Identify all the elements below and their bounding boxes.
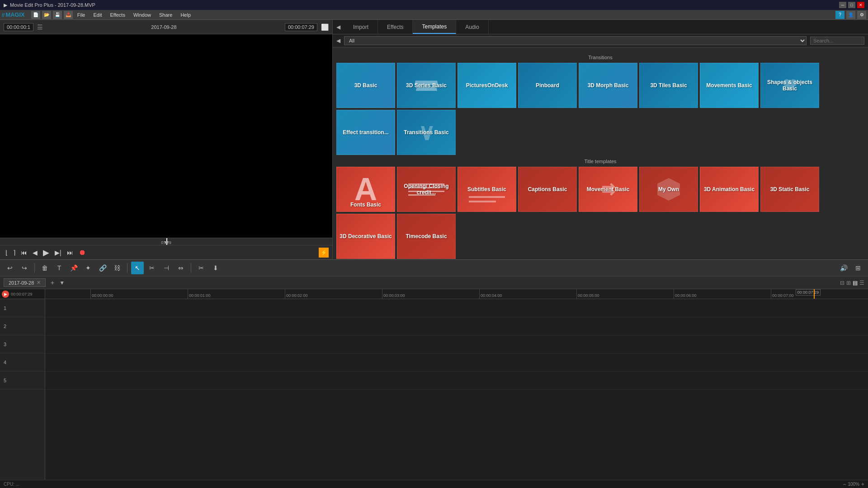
right-panel: ◀ Import Effects Templates Audio ◀ All T… <box>332 20 868 259</box>
track-label-text: 1 <box>4 305 6 311</box>
tile-3d-anim[interactable]: 3D Animation Basic <box>700 167 759 212</box>
menu-help[interactable]: Help <box>177 11 194 19</box>
save-button[interactable]: 💾 <box>53 11 62 19</box>
expand-icon[interactable]: ⬜ <box>321 23 329 31</box>
next-frame-button[interactable]: ▶| <box>53 248 63 257</box>
project-tab-close[interactable]: ✕ <box>37 280 41 286</box>
link-button[interactable]: 🔗 <box>96 262 109 274</box>
project-tab[interactable]: 2017-09-28 ✕ <box>4 278 46 287</box>
tile-pinboard[interactable]: Pinboard <box>518 63 577 108</box>
view-btn-2[interactable]: ⊞ <box>846 280 851 286</box>
timeline-arrow-button[interactable]: ▼ <box>59 280 65 286</box>
tile-movement[interactable]: ⇉ Movement Basic <box>579 167 637 212</box>
delete-button[interactable]: 🗑 <box>38 262 51 274</box>
zoom-level: 100% <box>848 482 859 487</box>
tab-audio[interactable]: Audio <box>456 20 489 34</box>
undo-button[interactable]: ↩ <box>4 262 16 274</box>
title-templates-grid: A Fonts Basic Opening/ Closing credit... <box>336 167 864 259</box>
timeline-right-controls: ⊟ ⊞ ▤ ☰ <box>840 280 864 286</box>
open-button[interactable]: 📂 <box>42 11 51 19</box>
tab-effects[interactable]: Effects <box>378 20 413 34</box>
view-btn-3[interactable]: ▤ <box>853 280 858 286</box>
menu-window[interactable]: Window <box>130 11 155 19</box>
tile-fonts-label: Fonts Basic <box>349 200 383 211</box>
tile-3d-static[interactable]: 3D Static Basic <box>760 167 819 212</box>
tile-3d-tiles[interactable]: 3D Tiles Basic <box>639 63 698 108</box>
panel-back-button[interactable]: ◀ <box>333 20 344 34</box>
tile-3d-basic[interactable]: 3D Basic <box>336 63 395 108</box>
filter-back-button[interactable]: ◀ <box>336 38 340 44</box>
tile-3d-static-label: 3D Static Basic <box>769 184 811 194</box>
tile-captions[interactable]: Captions Basic <box>518 167 577 212</box>
tile-fonts[interactable]: A Fonts Basic <box>336 167 395 212</box>
menu-icon[interactable]: ☰ <box>37 23 43 31</box>
tile-movements[interactable]: Movements Basic <box>700 63 759 108</box>
prev-frame-button[interactable]: ◀ <box>31 248 39 257</box>
tile-my-own[interactable]: My Own <box>639 167 698 212</box>
tile-effect-trans[interactable]: Effect transition... <box>336 110 395 155</box>
close-button[interactable]: ✕ <box>857 2 864 8</box>
menu-bar: // MAGIX 📄 📂 💾 📤 File Edit Effects Windo… <box>0 10 868 20</box>
text-button[interactable]: T <box>53 262 66 274</box>
tile-timecode[interactable]: Timecode Basic <box>397 214 456 259</box>
maximize-button[interactable]: □ <box>848 2 855 8</box>
playhead-indicator <box>814 289 815 299</box>
prev-marker-button[interactable]: ⏮ <box>19 248 29 257</box>
flash-button[interactable]: ⚡ <box>319 248 329 258</box>
preview-progress[interactable]: 07:29 <box>0 238 332 245</box>
pin-button[interactable]: 📌 <box>67 262 80 274</box>
search-input[interactable] <box>810 37 864 45</box>
tab-templates[interactable]: Templates <box>413 20 456 34</box>
play-button[interactable]: ▶ <box>41 247 51 258</box>
redo-button[interactable]: ↪ <box>18 262 31 274</box>
separator-1 <box>34 263 35 273</box>
track-row-1 <box>45 299 868 317</box>
unlink-button[interactable]: ⛓ <box>111 262 123 274</box>
mark-out-button[interactable]: ⌉ <box>11 248 17 257</box>
account-icon[interactable]: 👤 <box>846 11 855 19</box>
tile-my-own-label: My Own <box>656 184 681 194</box>
status-bar: CPU: ... − 100% + <box>0 480 868 488</box>
cut-button[interactable]: ✂ <box>195 262 208 274</box>
tile-shapes[interactable]: ❤ Shapes & objects Basic <box>760 63 819 108</box>
move-button[interactable]: ⇔ <box>175 262 187 274</box>
help-icon[interactable]: ? <box>835 11 844 19</box>
tile-opening-label: Opening/ Closing credit... <box>397 181 455 197</box>
tile-3d-morph[interactable]: 3D Morph Basic <box>579 63 637 108</box>
tile-3d-series[interactable]: 3D Series Basic <box>397 63 456 108</box>
tile-3d-deco[interactable]: 3D Decorative Basic <box>336 214 395 259</box>
tab-import[interactable]: Import <box>344 20 378 34</box>
settings-icon[interactable]: ⚙ <box>857 11 866 19</box>
split-button[interactable]: ✂ <box>146 262 158 274</box>
view-btn-4[interactable]: ☰ <box>859 280 864 286</box>
transitions-section-label: Transitions <box>336 55 864 60</box>
next-marker-button[interactable]: ⏭ <box>65 248 75 257</box>
mark-in-button[interactable]: ⌊ <box>4 248 9 257</box>
insert-button[interactable]: ⬇ <box>209 262 222 274</box>
timeline-ruler[interactable]: 00:00:00:00 00:00:01:00 00:00:02:00 00:0… <box>45 289 868 299</box>
menu-share[interactable]: Share <box>156 11 176 19</box>
add-track-button[interactable]: ＋ <box>49 279 56 287</box>
volume-button[interactable]: 🔊 <box>837 262 850 274</box>
time-marker-6: 00:00:06:00 <box>674 289 771 299</box>
view-btn-1[interactable]: ⊟ <box>840 280 844 286</box>
menu-edit[interactable]: Edit <box>90 11 105 19</box>
zoom-in-button[interactable]: + <box>861 481 864 488</box>
export-button[interactable]: 📤 <box>64 11 73 19</box>
tile-trans-basic[interactable]: ∨ Transitions Basic <box>397 110 456 155</box>
minimize-button[interactable]: ─ <box>839 2 846 8</box>
trim-button[interactable]: ⊣ <box>160 262 173 274</box>
record-button[interactable]: ⏺ <box>77 248 88 258</box>
tile-subtitles[interactable]: Subtitles Basic <box>458 167 516 212</box>
menu-effects[interactable]: Effects <box>106 11 128 19</box>
menu-file[interactable]: File <box>74 11 89 19</box>
new-button[interactable]: 📄 <box>31 11 40 19</box>
cursor-button[interactable]: ↖ <box>131 262 144 274</box>
tile-pictures-on-desk[interactable]: PicturesOnDesk <box>458 63 516 108</box>
zoom-out-button[interactable]: − <box>843 481 846 488</box>
window-controls: ─ □ ✕ <box>839 2 864 8</box>
filter-dropdown[interactable]: All Transitions Title Templates <box>344 36 807 45</box>
effects-tool-button[interactable]: ✦ <box>82 262 94 274</box>
tile-opening[interactable]: Opening/ Closing credit... <box>397 167 456 212</box>
grid-button[interactable]: ⊞ <box>852 262 864 274</box>
